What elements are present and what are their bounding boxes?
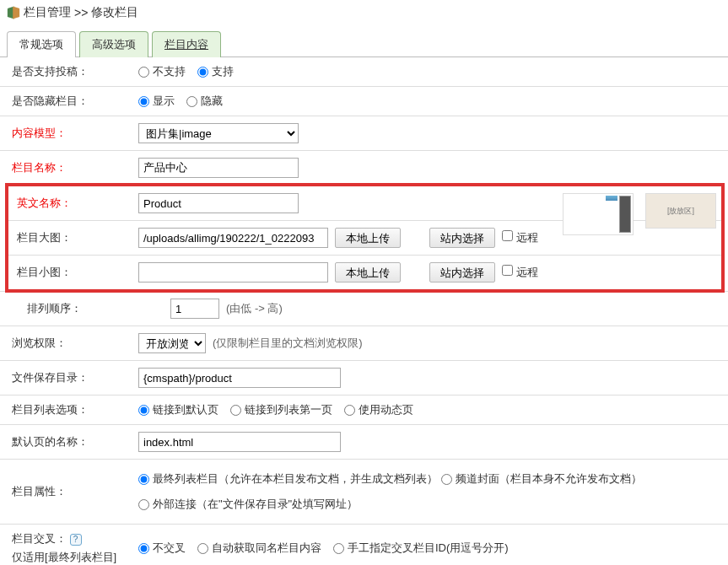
order-input[interactable]	[170, 299, 219, 319]
radio-cross-manual[interactable]	[333, 543, 344, 554]
help-icon[interactable]: ?	[70, 534, 82, 546]
perm-select[interactable]: 开放浏览	[138, 333, 206, 353]
label-order: 排列顺序：	[12, 301, 170, 316]
thumbnails: [放放区]	[563, 193, 716, 235]
label-cross: 栏目交叉： ? 仅适用[最终列表栏目]	[12, 531, 138, 565]
tab-general[interactable]: 常规选项	[7, 31, 76, 57]
perm-note: (仅限制栏目里的文档浏览权限)	[213, 336, 363, 351]
smallimg-local-upload-button[interactable]: 本地上传	[335, 262, 401, 282]
cross-note: 仅适用[最终列表栏目]	[12, 550, 138, 565]
radio-cross-auto[interactable]	[197, 543, 208, 554]
radio-attr-link[interactable]	[138, 499, 149, 510]
tab-content[interactable]: 栏目内容	[152, 31, 221, 57]
enname-input[interactable]	[138, 193, 299, 213]
label-savedir: 文件保存目录：	[12, 370, 138, 385]
label-defpage: 默认页的名称：	[12, 434, 138, 449]
colname-input[interactable]	[138, 158, 299, 178]
bigimg-local-upload-button[interactable]: 本地上传	[335, 228, 401, 248]
listopt-options: 链接到默认页 链接到列表第一页 使用动态页	[138, 402, 413, 417]
radio-hide-hide[interactable]	[186, 96, 197, 107]
radio-support-yes[interactable]	[197, 67, 208, 78]
tab-bar: 常规选项 高级选项 栏目内容	[0, 25, 728, 57]
savedir-input[interactable]	[138, 368, 341, 388]
smallimg-remote-checkbox[interactable]	[502, 265, 513, 276]
crumb-root[interactable]: 栏目管理	[24, 5, 71, 20]
crumb-current: 修改栏目	[91, 5, 138, 20]
label-enname: 英文名称：	[17, 196, 138, 211]
radio-list-first[interactable]	[230, 405, 241, 416]
label-support: 是否支持投稿：	[12, 64, 138, 79]
label-smallimg: 栏目小图：	[17, 265, 138, 280]
label-bigimg: 栏目大图：	[17, 230, 138, 245]
radio-attr-final[interactable]	[138, 474, 149, 485]
label-hide: 是否隐藏栏目：	[12, 94, 138, 109]
bigimg-input[interactable]	[138, 228, 328, 248]
defpage-input[interactable]	[138, 432, 341, 452]
thumb-small-preview: [放放区]	[645, 193, 716, 229]
highlight-box: [放放区] 英文名称： 栏目大图： 本地上传 站内选择 远程 栏目小图： 本地上…	[5, 183, 725, 293]
model-select[interactable]: 图片集|image	[138, 123, 299, 143]
radio-list-dynamic[interactable]	[344, 405, 355, 416]
smallimg-input[interactable]	[138, 262, 328, 282]
tab-advanced[interactable]: 高级选项	[79, 31, 148, 57]
radio-cross-none[interactable]	[138, 543, 149, 554]
radio-list-default[interactable]	[138, 405, 149, 416]
radio-hide-show[interactable]	[138, 96, 149, 107]
bigimg-remote-checkbox[interactable]	[502, 230, 513, 241]
form: 是否支持投稿： 不支持 支持 是否隐藏栏目： 显示 隐藏 内容模型： 图片集|i…	[0, 57, 728, 565]
smallimg-site-select-button[interactable]: 站内选择	[429, 262, 495, 282]
book-icon	[7, 7, 20, 19]
breadcrumb: 栏目管理 >> 修改栏目	[0, 0, 728, 25]
label-colattr: 栏目属性：	[12, 484, 138, 499]
cross-options: 不交叉 自动获取同名栏目内容 手工指定交叉栏目ID(用逗号分开)	[138, 541, 509, 556]
radio-support-no[interactable]	[138, 67, 149, 78]
hide-options: 显示 隐藏	[138, 94, 223, 109]
label-colname: 栏目名称：	[12, 160, 138, 175]
order-note: (由低 -> 高)	[226, 301, 283, 316]
bigimg-site-select-button[interactable]: 站内选择	[429, 228, 495, 248]
thumb-large-preview	[563, 193, 634, 235]
radio-attr-cover[interactable]	[441, 474, 452, 485]
label-model: 内容模型：	[12, 126, 138, 141]
colattr-options: 最终列表栏目（允许在本栏目发布文档，并生成文档列表） 频道封面（栏目本身不允许发…	[138, 466, 728, 517]
label-listopt: 栏目列表选项：	[12, 402, 138, 417]
support-options: 不支持 支持	[138, 64, 234, 79]
label-perm: 浏览权限：	[12, 336, 138, 351]
